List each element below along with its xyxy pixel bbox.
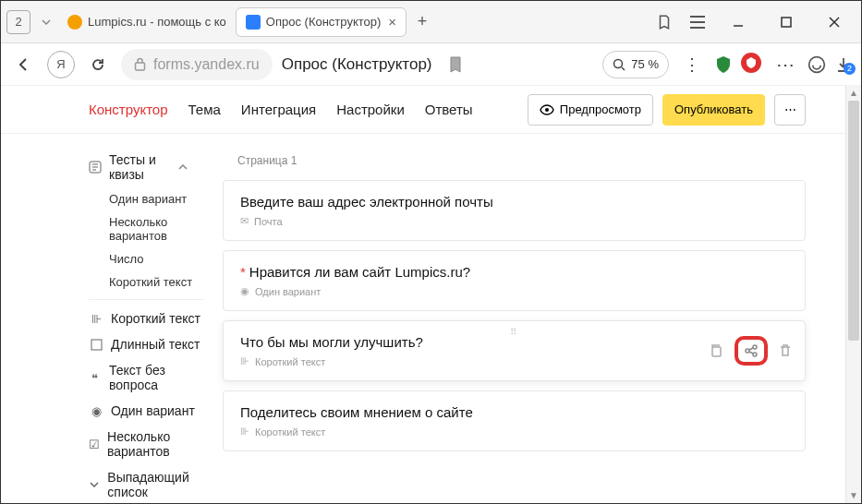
tab-label: Lumpics.ru - помощь с ко (88, 15, 226, 29)
sidebar-subitem[interactable]: Число (89, 247, 204, 270)
sidebar-subitem[interactable]: Короткий текст (89, 270, 204, 294)
content-area: Тесты и квизы Один вариант Несколько вар… (1, 134, 861, 503)
question-title: Введите ваш адрес электронной почты (240, 194, 788, 210)
feedback-icon[interactable] (807, 55, 826, 74)
svg-rect-0 (782, 18, 791, 27)
bookmark-icon[interactable] (449, 56, 462, 73)
sidebar: Тесты и квизы Один вариант Несколько вар… (1, 134, 204, 503)
tab-favicon-icon (67, 15, 82, 30)
mail-icon: ✉ (240, 215, 249, 227)
svg-point-2 (614, 59, 623, 67)
downloads-button[interactable]: 2 (835, 56, 852, 73)
sidebar-subitem[interactable]: Несколько вариантов (89, 210, 204, 247)
sidebar-item-text-no-q[interactable]: ❝Текст без вопроса (89, 357, 204, 398)
vertical-scrollbar[interactable]: ▲ ▼ (845, 85, 861, 503)
window-close-button[interactable] (819, 9, 850, 35)
svg-rect-6 (91, 340, 102, 350)
main-panel: Страница 1 Введите ваш адрес электронной… (204, 134, 861, 503)
scroll-down-icon[interactable]: ▼ (846, 487, 861, 503)
sidebar-item-short-text[interactable]: ⊪Короткий текст (89, 306, 204, 331)
preview-label: Предпросмотр (560, 102, 641, 116)
close-tab-icon[interactable]: × (388, 14, 396, 30)
address-more-icon[interactable]: ⋮ (678, 54, 706, 75)
question-type: Короткий текст (255, 426, 325, 438)
browser-addressbar: Я forms.yandex.ru Опрос (Конструктор) 75… (1, 43, 861, 86)
scroll-up-icon[interactable]: ▲ (846, 85, 861, 101)
short-text-icon: ⊪ (240, 355, 249, 367)
radio-icon: ◉ (89, 404, 103, 418)
yandex-home-button[interactable]: Я (47, 51, 75, 78)
nav-reload-button[interactable] (84, 51, 112, 78)
dropdown-icon (89, 482, 100, 487)
bookmarks-icon[interactable] (656, 14, 673, 30)
lock-icon (134, 57, 146, 71)
nav-tab-integration[interactable]: Интеграция (241, 102, 316, 117)
sidebar-item-long-text[interactable]: Длинный текст (89, 331, 204, 357)
short-text-icon: ⊪ (240, 426, 249, 438)
nav-tab-theme[interactable]: Тема (188, 102, 221, 117)
tab-counter[interactable]: 2 (6, 10, 30, 34)
question-card-selected[interactable]: ⠿ Что бы мы могли улучшить? ⊪Короткий те… (223, 320, 806, 381)
drag-handle-icon[interactable]: ⠿ (510, 327, 518, 337)
copy-icon[interactable] (709, 343, 723, 358)
app-navbar: Конструктор Тема Интеграция Настройки От… (1, 86, 861, 134)
nav-back-button[interactable] (10, 51, 38, 78)
svg-point-8 (746, 349, 749, 353)
download-badge: 2 (844, 63, 856, 75)
share-highlight (735, 336, 768, 366)
adblock-icon[interactable] (741, 53, 761, 77)
magnifier-icon (613, 58, 625, 71)
share-icon[interactable] (744, 343, 759, 358)
publish-button[interactable]: Опубликовать (662, 94, 765, 126)
chevron-up-icon (178, 164, 188, 170)
question-type: Короткий текст (255, 356, 325, 367)
checkbox-icon: ☑ (89, 438, 100, 451)
divider (89, 299, 204, 300)
delete-icon[interactable] (779, 343, 792, 358)
question-title: Нравится ли вам сайт Lumpics.ru? (249, 264, 470, 280)
app-more-button[interactable]: ⋯ (774, 94, 806, 126)
question-card[interactable]: *Нравится ли вам сайт Lumpics.ru? ◉Один … (223, 250, 806, 311)
url-box[interactable]: forms.yandex.ru (121, 49, 273, 80)
window-minimize-button[interactable] (722, 9, 754, 35)
zoom-value: 75 % (631, 57, 659, 71)
sidebar-item-checkbox[interactable]: ☑Несколько вариантов (89, 424, 204, 464)
nav-tab-constructor[interactable]: Конструктор (89, 102, 168, 117)
card-tools (709, 336, 792, 366)
preview-button[interactable]: Предпросмотр (528, 94, 653, 126)
svg-rect-1 (136, 63, 145, 70)
sidebar-subitem[interactable]: Один вариант (89, 187, 204, 210)
browser-titlebar: 2 Lumpics.ru - помощь с ко Опрос (Констр… (1, 1, 861, 43)
page-header: Страница 1 (223, 147, 806, 180)
question-card[interactable]: Введите ваш адрес электронной почты ✉Поч… (223, 180, 806, 241)
new-tab-button[interactable]: + (410, 10, 434, 34)
svg-point-9 (753, 345, 757, 349)
short-text-icon: ⊪ (89, 312, 103, 326)
question-title: Поделитесь своим мнением о сайте (240, 404, 788, 420)
svg-rect-7 (712, 347, 721, 356)
question-type: Почта (254, 216, 283, 227)
quote-icon: ❝ (89, 371, 102, 385)
svg-point-4 (545, 108, 549, 112)
sidebar-group-label: Тесты и квизы (109, 152, 171, 182)
page-title: Опрос (Конструктор) (282, 55, 432, 74)
nav-tab-answers[interactable]: Ответы (425, 102, 473, 117)
tabs-dropdown-icon[interactable] (42, 19, 51, 25)
browser-tab[interactable]: Lumpics.ru - помощь с ко (58, 7, 236, 37)
svg-point-10 (753, 353, 757, 356)
question-card[interactable]: Поделитесь своим мнением о сайте ⊪Коротк… (223, 390, 806, 451)
browser-tab-active[interactable]: Опрос (Конструктор) × (236, 7, 407, 37)
extensions-more-icon[interactable]: ⋯ (771, 54, 798, 76)
nav-tab-settings[interactable]: Настройки (336, 102, 405, 117)
tab-label: Опрос (Конструктор) (266, 15, 382, 29)
sidebar-item-dropdown[interactable]: Выпадающий список (89, 464, 204, 503)
required-mark: * (240, 264, 246, 280)
sidebar-item-radio[interactable]: ◉Один вариант (89, 398, 204, 424)
zoom-indicator[interactable]: 75 % (602, 51, 669, 78)
menu-icon[interactable] (689, 16, 706, 29)
radio-icon: ◉ (240, 285, 249, 297)
sidebar-group-tests[interactable]: Тесты и квизы (89, 147, 204, 187)
scroll-thumb[interactable] (848, 101, 859, 341)
window-maximize-button[interactable] (771, 9, 802, 35)
protect-shield-icon[interactable] (715, 55, 732, 74)
